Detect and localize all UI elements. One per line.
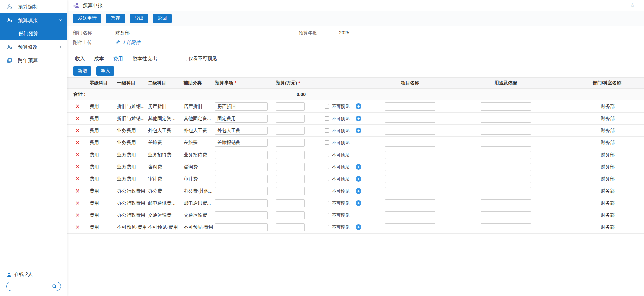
required-asterisk: * xyxy=(298,80,300,85)
sidebar-item-budget-fill[interactable]: 预算填报 xyxy=(0,13,67,27)
add-row-button[interactable]: 新增 xyxy=(73,66,91,76)
budget-amount-input[interactable] xyxy=(276,151,305,159)
add-subrow-icon[interactable]: + xyxy=(356,188,361,194)
sidebar-item-budget-compile[interactable]: 预算编制 xyxy=(0,0,67,13)
add-subrow-icon[interactable]: + xyxy=(356,200,361,206)
budget-amount-input[interactable] xyxy=(276,187,305,195)
add-subrow-icon[interactable]: + xyxy=(356,164,361,170)
budget-item-input[interactable] xyxy=(215,139,268,147)
tab-expense[interactable]: 费用 xyxy=(113,54,123,64)
tab-cost[interactable]: 成本 xyxy=(94,54,104,64)
budget-amount-input[interactable] xyxy=(276,175,305,183)
budget-amount-input[interactable] xyxy=(276,163,305,171)
unforeseen-checkbox[interactable] xyxy=(325,225,329,229)
unforeseen-checkbox[interactable] xyxy=(325,104,329,109)
unforeseen-checkbox[interactable] xyxy=(325,128,329,133)
save-draft-button[interactable]: 暂存 xyxy=(106,14,125,23)
delete-row-icon[interactable]: ✕ xyxy=(75,225,80,230)
unforeseen-checkbox[interactable] xyxy=(325,140,329,145)
unforeseen-checkbox[interactable] xyxy=(325,201,329,205)
usage-basis-input[interactable] xyxy=(481,139,531,147)
delete-row-icon[interactable]: ✕ xyxy=(75,201,80,206)
budget-amount-input[interactable] xyxy=(276,211,305,219)
budget-item-input[interactable] xyxy=(215,175,268,183)
project-name-input[interactable] xyxy=(385,115,435,123)
delete-row-icon[interactable]: ✕ xyxy=(75,176,80,182)
unforeseen-checkbox[interactable] xyxy=(325,189,329,193)
unforeseen-checkbox[interactable] xyxy=(325,116,329,121)
add-subrow-icon[interactable]: + xyxy=(356,103,361,109)
cell-dept: 财务部 xyxy=(577,164,644,170)
delete-row-icon[interactable]: ✕ xyxy=(75,152,80,158)
table-toolbar: 新增 导入 xyxy=(67,64,644,77)
sidebar-item-dept-budget[interactable]: 部门预算 xyxy=(0,27,67,40)
usage-basis-input[interactable] xyxy=(481,127,531,135)
add-subrow-icon[interactable]: + xyxy=(356,116,361,121)
unforeseen-checkbox[interactable] xyxy=(325,177,329,181)
budget-item-input[interactable] xyxy=(215,199,268,207)
project-name-input[interactable] xyxy=(385,211,435,219)
budget-amount-input[interactable] xyxy=(276,115,305,123)
usage-basis-input[interactable] xyxy=(481,223,531,231)
delete-row-icon[interactable]: ✕ xyxy=(75,213,80,218)
budget-item-input[interactable] xyxy=(215,127,268,135)
sidebar-search-input[interactable] xyxy=(11,284,50,289)
cell-dept: 财务部 xyxy=(577,176,644,182)
usage-basis-input[interactable] xyxy=(481,211,531,219)
import-button[interactable]: 导入 xyxy=(96,66,114,76)
add-subrow-icon[interactable]: + xyxy=(356,176,361,182)
unforeseen-checkbox[interactable] xyxy=(325,165,329,169)
add-subrow-icon[interactable]: + xyxy=(356,128,361,133)
project-name-input[interactable] xyxy=(385,187,435,195)
table-body: ✕ 费用 折旧与摊销... 房产折旧 房产折旧 不可预见 + 财务部 ✕ 费用 … xyxy=(67,100,644,296)
budget-item-input[interactable] xyxy=(215,223,268,231)
delete-row-icon[interactable]: ✕ xyxy=(75,188,80,194)
budget-amount-input[interactable] xyxy=(276,223,305,231)
budget-item-input[interactable] xyxy=(215,187,268,195)
sidebar-item-budget-modify[interactable]: 预算修改 xyxy=(0,40,67,54)
budget-item-input[interactable] xyxy=(215,163,268,171)
project-name-input[interactable] xyxy=(385,163,435,171)
sidebar-item-crossyear-budget[interactable]: 跨年预算 xyxy=(0,54,67,67)
search-icon[interactable] xyxy=(52,284,57,289)
project-name-input[interactable] xyxy=(385,151,435,159)
unforeseen-checkbox[interactable] xyxy=(325,213,329,217)
export-button[interactable]: 导出 xyxy=(130,14,148,23)
usage-basis-input[interactable] xyxy=(481,175,531,183)
back-button[interactable]: 返回 xyxy=(153,14,172,23)
budget-amount-input[interactable] xyxy=(276,199,305,207)
budget-item-input[interactable] xyxy=(215,151,268,159)
favorite-star-icon[interactable]: ☆ xyxy=(630,2,635,9)
upload-attachment-link[interactable]: 上传附件 xyxy=(115,38,140,47)
budget-item-input[interactable] xyxy=(215,211,268,219)
usage-basis-input[interactable] xyxy=(481,115,531,123)
project-name-input[interactable] xyxy=(385,223,435,231)
delete-row-icon[interactable]: ✕ xyxy=(75,128,80,133)
usage-basis-input[interactable] xyxy=(481,151,531,159)
budget-item-input[interactable] xyxy=(215,102,268,111)
add-subrow-icon[interactable]: + xyxy=(356,224,361,230)
cell-level1: 业务费用 xyxy=(115,164,146,170)
unforeseen-checkbox[interactable] xyxy=(325,153,329,157)
usage-basis-input[interactable] xyxy=(481,187,531,195)
send-request-button[interactable]: 发送申请 xyxy=(73,14,101,23)
budget-amount-input[interactable] xyxy=(276,102,305,111)
project-name-input[interactable] xyxy=(385,175,435,183)
tab-income[interactable]: 收入 xyxy=(75,54,85,64)
budget-amount-input[interactable] xyxy=(276,127,305,135)
delete-row-icon[interactable]: ✕ xyxy=(75,164,80,170)
budget-amount-input[interactable] xyxy=(276,139,305,147)
project-name-input[interactable] xyxy=(385,127,435,135)
delete-row-icon[interactable]: ✕ xyxy=(75,116,80,121)
usage-basis-input[interactable] xyxy=(481,163,531,171)
only-unforeseen-checkbox[interactable] xyxy=(183,57,187,61)
project-name-input[interactable] xyxy=(385,102,435,111)
delete-row-icon[interactable]: ✕ xyxy=(75,104,80,109)
tab-capital-expenditure[interactable]: 资本性支出 xyxy=(132,54,157,64)
project-name-input[interactable] xyxy=(385,199,435,207)
usage-basis-input[interactable] xyxy=(481,199,531,207)
usage-basis-input[interactable] xyxy=(481,102,531,111)
budget-item-input[interactable] xyxy=(215,115,268,123)
delete-row-icon[interactable]: ✕ xyxy=(75,140,80,145)
project-name-input[interactable] xyxy=(385,139,435,147)
